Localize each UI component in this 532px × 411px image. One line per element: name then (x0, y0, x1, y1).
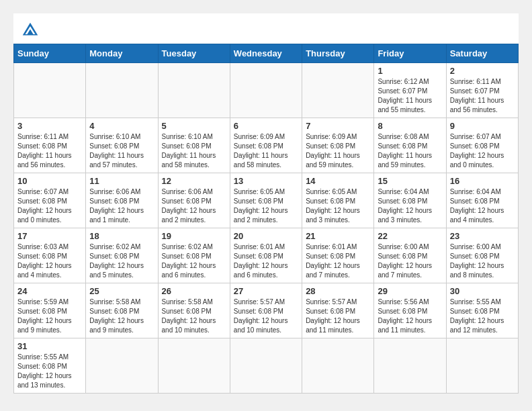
calendar-day-cell: 20Sunrise: 6:01 AM Sunset: 6:08 PM Dayli… (230, 228, 302, 283)
calendar-day-cell: 8Sunrise: 6:08 AM Sunset: 6:08 PM Daylig… (374, 118, 446, 173)
day-number: 28 (306, 286, 370, 296)
day-info: Sunrise: 6:00 AM Sunset: 6:08 PM Dayligh… (450, 242, 515, 280)
day-info: Sunrise: 6:02 AM Sunset: 6:08 PM Dayligh… (162, 242, 226, 280)
day-info: Sunrise: 5:58 AM Sunset: 6:08 PM Dayligh… (162, 298, 226, 335)
calendar-day-cell (14, 63, 86, 118)
calendar-day-cell: 1Sunrise: 6:12 AM Sunset: 6:07 PM Daylig… (374, 63, 446, 118)
day-info: Sunrise: 6:05 AM Sunset: 6:08 PM Dayligh… (234, 187, 298, 225)
day-number: 25 (89, 286, 154, 296)
calendar-day-cell (158, 63, 230, 118)
day-number: 9 (450, 121, 515, 131)
day-number: 31 (17, 341, 82, 351)
weekday-header-wednesday: Wednesday (230, 44, 302, 63)
day-info: Sunrise: 6:01 AM Sunset: 6:08 PM Dayligh… (234, 242, 298, 280)
day-info: Sunrise: 6:10 AM Sunset: 6:08 PM Dayligh… (162, 132, 226, 170)
calendar-day-cell: 12Sunrise: 6:06 AM Sunset: 6:08 PM Dayli… (158, 173, 230, 228)
calendar-day-cell (374, 338, 446, 394)
calendar-day-cell (86, 63, 158, 118)
day-number: 4 (89, 121, 154, 131)
day-info: Sunrise: 6:04 AM Sunset: 6:08 PM Dayligh… (450, 187, 515, 225)
day-number: 8 (378, 121, 442, 131)
generalblue-logo-icon (20, 20, 40, 40)
calendar-day-cell: 30Sunrise: 5:55 AM Sunset: 6:08 PM Dayli… (446, 283, 518, 338)
calendar-day-cell: 24Sunrise: 5:59 AM Sunset: 6:08 PM Dayli… (14, 283, 86, 338)
day-number: 15 (378, 176, 442, 186)
day-number: 18 (89, 231, 154, 241)
day-number: 27 (234, 286, 298, 296)
calendar-week-row: 10Sunrise: 6:07 AM Sunset: 6:08 PM Dayli… (14, 173, 519, 228)
day-number: 19 (162, 231, 226, 241)
calendar-day-cell: 11Sunrise: 6:06 AM Sunset: 6:08 PM Dayli… (86, 173, 158, 228)
day-info: Sunrise: 6:08 AM Sunset: 6:08 PM Dayligh… (378, 132, 442, 170)
calendar-day-cell: 4Sunrise: 6:10 AM Sunset: 6:08 PM Daylig… (86, 118, 158, 173)
calendar-table: SundayMondayTuesdayWednesdayThursdayFrid… (13, 44, 519, 394)
day-number: 24 (17, 286, 82, 296)
calendar-day-cell: 10Sunrise: 6:07 AM Sunset: 6:08 PM Dayli… (14, 173, 86, 228)
calendar-day-cell: 26Sunrise: 5:58 AM Sunset: 6:08 PM Dayli… (158, 283, 230, 338)
calendar-day-cell: 17Sunrise: 6:03 AM Sunset: 6:08 PM Dayli… (14, 228, 86, 283)
calendar-day-cell: 5Sunrise: 6:10 AM Sunset: 6:08 PM Daylig… (158, 118, 230, 173)
day-info: Sunrise: 6:09 AM Sunset: 6:08 PM Dayligh… (306, 132, 370, 170)
day-info: Sunrise: 5:58 AM Sunset: 6:08 PM Dayligh… (89, 298, 154, 335)
day-info: Sunrise: 5:59 AM Sunset: 6:08 PM Dayligh… (17, 298, 82, 335)
calendar-day-cell: 21Sunrise: 6:01 AM Sunset: 6:08 PM Dayli… (302, 228, 374, 283)
day-number: 7 (306, 121, 370, 131)
day-number: 11 (89, 176, 154, 186)
calendar-container: SundayMondayTuesdayWednesdayThursdayFrid… (13, 13, 519, 394)
calendar-week-row: 24Sunrise: 5:59 AM Sunset: 6:08 PM Dayli… (14, 283, 519, 338)
day-info: Sunrise: 6:05 AM Sunset: 6:08 PM Dayligh… (306, 187, 370, 225)
logo-area (20, 20, 43, 40)
day-info: Sunrise: 6:04 AM Sunset: 6:08 PM Dayligh… (378, 187, 442, 225)
day-number: 23 (450, 231, 515, 241)
day-number: 1 (378, 66, 442, 76)
day-info: Sunrise: 6:07 AM Sunset: 6:08 PM Dayligh… (450, 132, 515, 170)
day-number: 12 (162, 176, 226, 186)
day-info: Sunrise: 6:06 AM Sunset: 6:08 PM Dayligh… (162, 187, 226, 225)
day-number: 21 (306, 231, 370, 241)
calendar-day-cell: 29Sunrise: 5:56 AM Sunset: 6:08 PM Dayli… (374, 283, 446, 338)
calendar-day-cell: 2Sunrise: 6:11 AM Sunset: 6:07 PM Daylig… (446, 63, 518, 118)
day-info: Sunrise: 6:02 AM Sunset: 6:08 PM Dayligh… (89, 242, 154, 280)
calendar-day-cell: 9Sunrise: 6:07 AM Sunset: 6:08 PM Daylig… (446, 118, 518, 173)
calendar-day-cell (86, 338, 158, 394)
day-info: Sunrise: 6:11 AM Sunset: 6:07 PM Dayligh… (450, 77, 515, 115)
day-info: Sunrise: 6:12 AM Sunset: 6:07 PM Dayligh… (378, 77, 442, 115)
day-number: 16 (450, 176, 515, 186)
calendar-day-cell: 7Sunrise: 6:09 AM Sunset: 6:08 PM Daylig… (302, 118, 374, 173)
day-info: Sunrise: 5:55 AM Sunset: 6:08 PM Dayligh… (17, 353, 82, 390)
calendar-week-row: 17Sunrise: 6:03 AM Sunset: 6:08 PM Dayli… (14, 228, 519, 283)
calendar-day-cell: 31Sunrise: 5:55 AM Sunset: 6:08 PM Dayli… (14, 338, 86, 394)
day-number: 30 (450, 286, 515, 296)
day-number: 17 (17, 231, 82, 241)
calendar-day-cell (230, 338, 302, 394)
weekday-header-sunday: Sunday (14, 44, 86, 63)
calendar-day-cell: 23Sunrise: 6:00 AM Sunset: 6:08 PM Dayli… (446, 228, 518, 283)
calendar-day-cell: 6Sunrise: 6:09 AM Sunset: 6:08 PM Daylig… (230, 118, 302, 173)
day-info: Sunrise: 6:00 AM Sunset: 6:08 PM Dayligh… (378, 242, 442, 280)
day-info: Sunrise: 6:11 AM Sunset: 6:08 PM Dayligh… (17, 132, 82, 170)
day-number: 10 (17, 176, 82, 186)
day-number: 20 (234, 231, 298, 241)
day-info: Sunrise: 6:10 AM Sunset: 6:08 PM Dayligh… (89, 132, 154, 170)
calendar-day-cell: 16Sunrise: 6:04 AM Sunset: 6:08 PM Dayli… (446, 173, 518, 228)
calendar-day-cell (446, 338, 518, 394)
calendar-week-row: 3Sunrise: 6:11 AM Sunset: 6:08 PM Daylig… (14, 118, 519, 173)
day-info: Sunrise: 5:57 AM Sunset: 6:08 PM Dayligh… (234, 298, 298, 335)
calendar-day-cell (302, 338, 374, 394)
day-number: 14 (306, 176, 370, 186)
day-info: Sunrise: 6:07 AM Sunset: 6:08 PM Dayligh… (17, 187, 82, 225)
weekday-header-friday: Friday (374, 44, 446, 63)
calendar-week-row: 1Sunrise: 6:12 AM Sunset: 6:07 PM Daylig… (14, 63, 519, 118)
day-info: Sunrise: 5:57 AM Sunset: 6:08 PM Dayligh… (306, 298, 370, 335)
day-number: 29 (378, 286, 442, 296)
day-info: Sunrise: 6:03 AM Sunset: 6:08 PM Dayligh… (17, 242, 82, 280)
calendar-day-cell (158, 338, 230, 394)
day-info: Sunrise: 6:09 AM Sunset: 6:08 PM Dayligh… (234, 132, 298, 170)
day-info: Sunrise: 5:55 AM Sunset: 6:08 PM Dayligh… (450, 298, 515, 335)
calendar-day-cell: 14Sunrise: 6:05 AM Sunset: 6:08 PM Dayli… (302, 173, 374, 228)
day-number: 22 (378, 231, 442, 241)
day-info: Sunrise: 5:56 AM Sunset: 6:08 PM Dayligh… (378, 298, 442, 335)
weekday-header-tuesday: Tuesday (158, 44, 230, 63)
weekday-header-thursday: Thursday (302, 44, 374, 63)
day-number: 5 (162, 121, 226, 131)
